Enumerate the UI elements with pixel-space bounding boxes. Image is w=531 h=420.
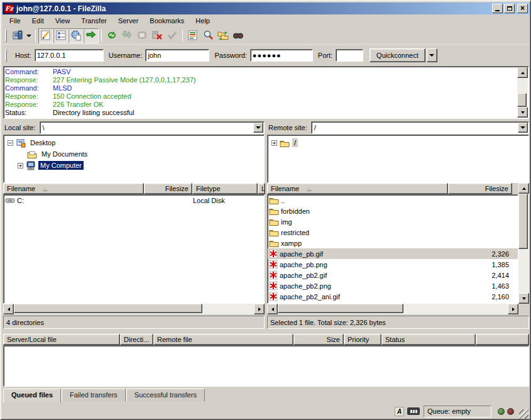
column-header-filetype[interactable]: Filetype: [192, 183, 258, 194]
quickconnect-dropdown-button[interactable]: [427, 48, 437, 62]
menu-server[interactable]: Server: [112, 16, 144, 26]
close-button[interactable]: ×: [517, 4, 528, 13]
scroll-up-button[interactable]: [517, 67, 528, 78]
reconnect-button[interactable]: [165, 28, 180, 43]
scroll-right-button[interactable]: [254, 304, 265, 314]
scroll-down-button[interactable]: [517, 107, 528, 118]
scroll-left-button[interactable]: [3, 304, 14, 314]
site-manager-button[interactable]: [10, 28, 25, 43]
table-row[interactable]: forbidden: [268, 206, 518, 216]
log-vertical-scrollbar[interactable]: [517, 67, 528, 118]
local-horizontal-scrollbar[interactable]: [3, 304, 265, 314]
tab-failed-transfers[interactable]: Failed transfers: [62, 389, 126, 402]
log-label: Response:: [5, 76, 53, 84]
directory-comparison-button[interactable]: [185, 28, 200, 43]
remote-site-dropdown-button[interactable]: [518, 123, 528, 133]
filename-cell: apache_pb.gif: [268, 248, 449, 259]
tree-item-desktop[interactable]: −Desktop: [4, 137, 264, 148]
table-row[interactable]: apache_pb.gif2,326: [268, 248, 518, 259]
menu-transfer[interactable]: Transfer: [75, 16, 112, 26]
local-site-dropdown-button[interactable]: [253, 123, 263, 133]
table-row[interactable]: xampp: [268, 238, 518, 248]
table-row[interactable]: apache_pb2_ani.gif2,160: [268, 291, 518, 302]
menu-file[interactable]: File: [4, 16, 26, 26]
log-line: Status:Directory listing successful: [5, 109, 517, 117]
menu-bookmarks[interactable]: Bookmarks: [144, 16, 190, 26]
host-input[interactable]: [35, 49, 104, 62]
expand-icon[interactable]: +: [18, 163, 23, 169]
toggle-log-view-button[interactable]: [38, 28, 53, 43]
table-row[interactable]: img: [268, 216, 518, 227]
scrollbar-thumb[interactable]: [278, 304, 403, 313]
process-queue-button[interactable]: [119, 28, 134, 43]
menu-view[interactable]: View: [50, 16, 76, 26]
scroll-right-button[interactable]: [508, 304, 518, 314]
collapse-icon[interactable]: −: [8, 140, 13, 146]
column-header-directi[interactable]: Directi...: [120, 334, 153, 345]
tab-successful-transfers[interactable]: Successful transfers: [126, 389, 205, 402]
toggle-queue-view-button[interactable]: [84, 28, 99, 43]
scrollbar-thumb[interactable]: [518, 194, 528, 249]
table-row[interactable]: C:Local Disk: [4, 195, 264, 206]
column-header-filesize[interactable]: Filesize: [448, 183, 512, 194]
queue-status-panel: Queue: empty: [424, 406, 491, 417]
site-manager-dropdown-button[interactable]: [25, 28, 33, 43]
table-row[interactable]: ..: [268, 195, 518, 206]
cancel-button[interactable]: [134, 28, 150, 43]
synchronized-browsing-button[interactable]: [216, 28, 231, 43]
column-header-filename[interactable]: Filename: [3, 183, 144, 194]
tree-item-my-computer[interactable]: +My Computer: [4, 160, 264, 171]
filename-text: apache_pb.gif: [280, 250, 323, 258]
scrollbar-thumb[interactable]: [517, 93, 527, 107]
column-header-priority[interactable]: Priority: [344, 334, 381, 345]
column-header-filesize[interactable]: Filesize: [144, 183, 192, 194]
local-site-combobox[interactable]: \: [40, 121, 265, 134]
speedlimit-indicator-icon[interactable]: [407, 407, 420, 415]
toggle-log-view-icon: [40, 30, 52, 42]
column-header-size[interactable]: Size: [293, 334, 344, 345]
menu-help[interactable]: Help: [190, 16, 216, 26]
tree-item-my-documents[interactable]: My Documents: [4, 148, 264, 160]
quickconnect-button[interactable]: Quickconnect: [370, 48, 425, 62]
minimize-button[interactable]: [492, 4, 503, 13]
toggle-local-tree-button[interactable]: [53, 28, 68, 43]
table-row[interactable]: restricted: [268, 227, 518, 238]
disconnect-button[interactable]: [150, 28, 165, 43]
directory-comparison-icon: [187, 30, 199, 42]
title-bar[interactable]: Fz john@127.0.0.1 - FileZilla ×: [3, 3, 530, 14]
toggle-remote-tree-button[interactable]: [68, 28, 84, 43]
maximize-button[interactable]: [504, 4, 515, 13]
tab-queued-files[interactable]: Queued files: [3, 389, 61, 403]
column-header-remotefile[interactable]: Remote file: [153, 334, 293, 345]
password-input[interactable]: [250, 49, 313, 62]
search-button[interactable]: [231, 28, 246, 43]
disconnect-icon: [151, 30, 163, 42]
column-header-filename[interactable]: Filename: [267, 183, 448, 194]
table-row[interactable]: apache_pb2.gif2,414: [268, 270, 518, 280]
filter-button[interactable]: [200, 28, 216, 43]
remote-horizontal-scrollbar[interactable]: [267, 304, 518, 314]
scroll-down-button[interactable]: [518, 293, 529, 304]
filesize-cell: [449, 238, 513, 248]
menu-edit[interactable]: Edit: [26, 16, 50, 26]
tree-item--[interactable]: +/: [268, 137, 528, 148]
expand-icon[interactable]: +: [271, 140, 277, 146]
toolbar-grip: [5, 30, 7, 42]
table-row[interactable]: apache_pb.png1,385: [268, 259, 518, 270]
column-header-status[interactable]: Status: [381, 334, 476, 345]
scroll-left-button[interactable]: [267, 304, 278, 314]
username-input[interactable]: [145, 49, 209, 62]
column-header-serverlocalfile[interactable]: Server/Local file: [3, 334, 120, 345]
port-input[interactable]: [336, 49, 363, 62]
remote-vertical-scrollbar[interactable]: [518, 183, 529, 304]
remote-site-combobox[interactable]: /: [311, 121, 529, 134]
reconnect-icon: [167, 30, 178, 42]
datatype-indicator-icon[interactable]: A: [395, 407, 404, 416]
table-row[interactable]: apache_pb2.png1,463: [268, 280, 518, 291]
refresh-button[interactable]: [104, 28, 119, 43]
scroll-up-button[interactable]: [518, 183, 529, 194]
column-header-l[interactable]: L: [258, 183, 265, 194]
scrollbar-thumb[interactable]: [14, 304, 202, 313]
minimize-icon: [495, 10, 500, 11]
resize-grip[interactable]: [519, 409, 528, 419]
